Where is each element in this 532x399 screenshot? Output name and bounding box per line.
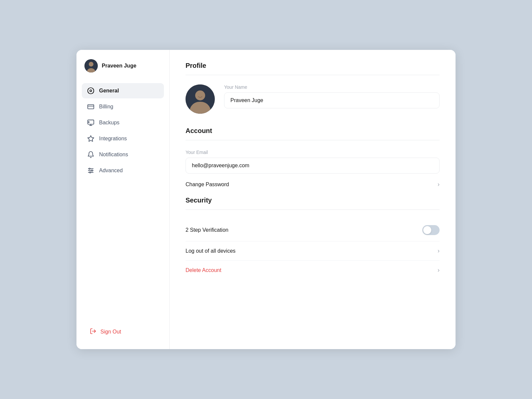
logout-devices-row[interactable]: Log out of all devices › [186,241,440,261]
app-window: Praveen Juge General [76,50,456,349]
billing-icon [87,103,94,110]
sidebar-item-general[interactable]: General [82,83,164,98]
email-input[interactable] [186,158,440,174]
billing-label: Billing [99,104,113,110]
profile-name-field-area: Your Name [224,84,440,108]
profile-section: Profile Your Name [186,62,440,114]
logout-devices-chevron: › [438,247,440,254]
svg-point-18 [89,172,91,173]
integrations-label: Integrations [99,136,127,142]
svg-point-4 [88,88,94,94]
email-label: Your Email [186,150,440,155]
sidebar-item-integrations[interactable]: Integrations [82,131,164,146]
notifications-label: Notifications [99,152,128,158]
svg-point-21 [195,90,205,100]
sign-out-icon [90,328,96,336]
toggle-slider [422,225,440,235]
integrations-icon [87,135,94,142]
change-password-row[interactable]: Change Password › [186,175,440,194]
svg-point-3 [90,90,92,92]
change-password-chevron: › [438,181,440,188]
sidebar-item-billing[interactable]: Billing [82,99,164,114]
sidebar-item-advanced[interactable]: Advanced [82,163,164,178]
backups-label: Backups [99,120,119,126]
sidebar-item-backups[interactable]: Backups [82,115,164,130]
security-title: Security [186,197,440,204]
name-label: Your Name [224,84,440,90]
general-icon [87,87,94,94]
svg-point-17 [91,170,93,171]
user-avatar-large [186,84,215,114]
notifications-icon [87,151,94,158]
advanced-label: Advanced [99,168,123,174]
sidebar-header: Praveen Juge [76,50,169,80]
user-avatar-small [84,59,98,72]
account-divider [186,140,440,140]
name-input[interactable] [224,92,440,108]
account-title: Account [186,127,440,135]
logout-devices-label: Log out of all devices [186,248,235,254]
svg-marker-12 [88,136,94,141]
svg-point-16 [89,168,90,170]
profile-divider [186,75,440,75]
svg-rect-5 [88,105,94,109]
sidebar-footer: Sign Out [76,317,169,349]
profile-fields-area: Your Name [186,84,440,114]
change-password-label: Change Password [186,182,229,188]
two-step-toggle[interactable] [422,225,440,235]
security-divider [186,209,440,210]
account-section: Account Your Email Change Password › [186,127,440,194]
two-step-label: 2 Step Verification [186,227,228,233]
sign-out-label: Sign Out [100,329,121,335]
backups-icon [87,119,94,126]
delete-account-label: Delete Account [186,267,221,273]
sign-out-button[interactable]: Sign Out [84,325,126,338]
main-content: Profile Your Name Account [170,50,456,349]
sidebar-username: Praveen Juge [102,63,136,69]
email-field-wrapper: Your Email [186,150,440,175]
delete-account-chevron: › [438,267,440,274]
sidebar-item-notifications[interactable]: Notifications [82,147,164,162]
advanced-icon [87,167,94,174]
security-section: Security 2 Step Verification Log out of … [186,197,440,280]
profile-title: Profile [186,62,440,69]
sidebar-nav: General Billing [76,80,169,317]
sidebar: Praveen Juge General [76,50,170,349]
general-label: General [99,88,119,94]
delete-account-row[interactable]: Delete Account › [186,261,440,280]
two-step-row: 2 Step Verification [186,219,440,241]
svg-point-1 [89,62,93,66]
